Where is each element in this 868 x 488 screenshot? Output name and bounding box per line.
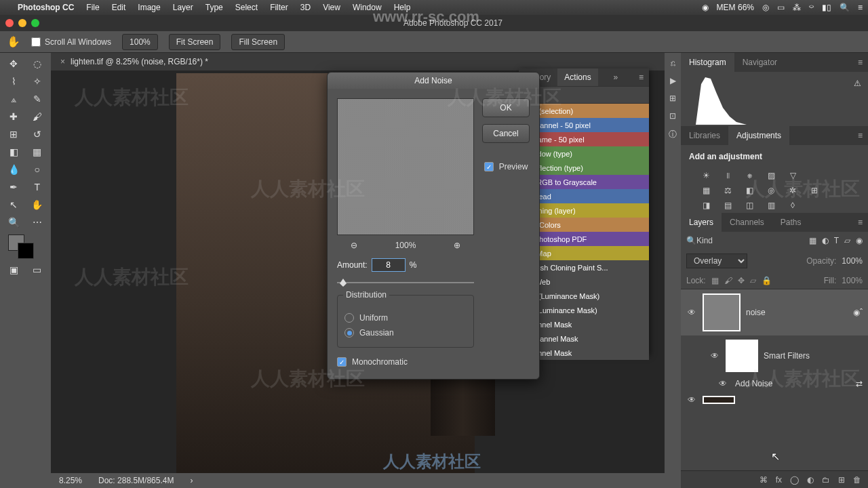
layer-thumbnail[interactable] bbox=[703, 293, 741, 331]
tab-layers[interactable]: Layers bbox=[681, 213, 722, 232]
amount-input[interactable] bbox=[372, 258, 406, 272]
tab-channels[interactable]: Channels bbox=[722, 213, 772, 232]
ellipsis-icon[interactable]: ⋯ bbox=[26, 214, 49, 230]
cc-icon[interactable]: ◎ bbox=[762, 3, 769, 12]
close-button[interactable] bbox=[5, 19, 14, 27]
posterize-icon[interactable]: ▤ bbox=[722, 201, 734, 210]
gaussian-radio[interactable]: Gaussian bbox=[344, 325, 467, 340]
balance-icon[interactable]: ⚖ bbox=[722, 186, 734, 195]
move-tool-icon[interactable]: ✥ bbox=[3, 56, 25, 72]
fx-icon[interactable]: fx bbox=[776, 475, 782, 485]
scroll-all-checkbox[interactable]: Scroll All Windows bbox=[31, 37, 111, 47]
panel-menu-icon[interactable]: ≡ bbox=[633, 73, 649, 82]
wand-tool-icon[interactable]: ✧ bbox=[26, 73, 49, 89]
crop-tool-icon[interactable]: ⟁ bbox=[3, 91, 25, 107]
link-icon[interactable]: ⌘ bbox=[760, 475, 768, 485]
adjustment-icon[interactable]: ◐ bbox=[807, 475, 814, 485]
eyedropper-tool-icon[interactable]: ✎ bbox=[26, 91, 49, 107]
gradient-map-icon[interactable]: ▥ bbox=[765, 201, 777, 210]
cancel-button[interactable]: Cancel bbox=[482, 124, 530, 143]
brightness-icon[interactable]: ☀ bbox=[700, 171, 712, 180]
marquee-tool-icon[interactable]: ◌ bbox=[26, 56, 49, 72]
amount-slider[interactable] bbox=[337, 277, 474, 288]
layer-noise[interactable]: 👁 noise ◉ˆ bbox=[681, 289, 868, 336]
mixer-icon[interactable]: ✲ bbox=[787, 186, 799, 195]
close-tab-icon[interactable]: × bbox=[60, 57, 65, 66]
lock-trans-icon[interactable]: ▦ bbox=[711, 276, 719, 285]
visibility-icon[interactable]: 👁 bbox=[709, 351, 720, 361]
menu-window[interactable]: Window bbox=[353, 3, 382, 12]
tab-paths[interactable]: Paths bbox=[772, 213, 810, 232]
layer-background[interactable]: 👁 bbox=[681, 391, 868, 409]
filter-name[interactable]: Add Noise bbox=[735, 379, 772, 388]
threshold-icon[interactable]: ◫ bbox=[743, 201, 755, 210]
visibility-icon[interactable]: 👁 bbox=[717, 379, 728, 388]
zoom-in-icon[interactable]: ⊕ bbox=[454, 241, 460, 250]
info-icon[interactable]: ⓘ bbox=[669, 129, 677, 140]
healing-tool-icon[interactable]: ✚ bbox=[3, 108, 25, 125]
new-layer-icon[interactable]: ⊞ bbox=[838, 475, 845, 485]
strip-icon[interactable]: ⎌ bbox=[671, 58, 675, 68]
zoom-value[interactable]: 100% bbox=[122, 34, 158, 50]
path-tool-icon[interactable]: ↖ bbox=[3, 197, 25, 213]
invert-icon[interactable]: ◨ bbox=[700, 201, 712, 210]
stamp-tool-icon[interactable]: ⊞ bbox=[3, 126, 25, 142]
battery-icon[interactable]: ▮▯ bbox=[822, 3, 831, 12]
menu-icon[interactable]: ≡ bbox=[858, 3, 863, 12]
history-brush-icon[interactable]: ↺ bbox=[26, 126, 49, 142]
dialog-title[interactable]: Add Noise bbox=[328, 73, 539, 89]
filter-type-icon[interactable]: T bbox=[834, 236, 839, 245]
filter-adj-icon[interactable]: ◐ bbox=[822, 236, 829, 245]
display-icon[interactable]: ▭ bbox=[777, 3, 785, 12]
hue-icon[interactable]: ▦ bbox=[700, 186, 712, 195]
bluetooth-icon[interactable]: ⁂ bbox=[793, 3, 801, 12]
layer-thumbnail[interactable] bbox=[703, 396, 735, 404]
panel-menu-icon[interactable]: ≡ bbox=[852, 218, 868, 227]
visibility-icon[interactable]: 👁 bbox=[686, 395, 697, 405]
menu-file[interactable]: File bbox=[86, 3, 99, 12]
layer-name[interactable]: noise bbox=[746, 308, 766, 317]
curves-icon[interactable]: ⎈ bbox=[743, 171, 755, 180]
vibrance-icon[interactable]: ▽ bbox=[787, 171, 799, 180]
pen-tool-icon[interactable]: ✒ bbox=[3, 179, 25, 195]
filter-mask-thumbnail[interactable] bbox=[726, 340, 758, 372]
menu-type[interactable]: Type bbox=[205, 3, 223, 12]
lock-pos-icon[interactable]: ✥ bbox=[738, 276, 745, 285]
tab-actions[interactable]: Actions bbox=[557, 68, 597, 86]
delete-icon[interactable]: 🗑 bbox=[853, 475, 861, 485]
lock-paint-icon[interactable]: 🖌 bbox=[724, 276, 732, 285]
filter-shape-icon[interactable]: ▱ bbox=[844, 236, 850, 245]
fill-value[interactable]: 100% bbox=[842, 276, 863, 285]
visibility-icon[interactable]: 👁 bbox=[686, 308, 697, 317]
wifi-icon[interactable]: ⌔ bbox=[809, 3, 814, 12]
eraser-tool-icon[interactable]: ◧ bbox=[3, 144, 25, 160]
minimize-button[interactable] bbox=[18, 19, 26, 27]
zoom-button[interactable] bbox=[31, 19, 39, 27]
zoom-tool-icon[interactable]: 🔍 bbox=[3, 214, 25, 230]
spotlight-icon[interactable]: 🔍 bbox=[840, 3, 850, 12]
blur-tool-icon[interactable]: 💧 bbox=[3, 161, 25, 178]
menu-filter[interactable]: Filter bbox=[270, 3, 288, 12]
fit-screen-button[interactable]: Fit Screen bbox=[169, 34, 221, 50]
gradient-tool-icon[interactable]: ▦ bbox=[26, 144, 49, 160]
lookup-icon[interactable]: ⊞ bbox=[808, 186, 821, 195]
lasso-tool-icon[interactable]: ⌇ bbox=[3, 73, 25, 89]
filter-smart-icon[interactable]: ◉ bbox=[856, 236, 863, 245]
ok-button[interactable]: OK bbox=[482, 98, 530, 117]
uniform-radio[interactable]: Uniform bbox=[344, 310, 467, 325]
photo-filter-icon[interactable]: ◎ bbox=[765, 186, 777, 195]
filter-blend-icon[interactable]: ⇄ bbox=[856, 379, 863, 388]
brush-tool-icon[interactable]: 🖌 bbox=[26, 108, 49, 125]
status-arrow-icon[interactable]: › bbox=[190, 476, 193, 485]
hand-tool-icon[interactable]: ✋ bbox=[26, 197, 49, 213]
quickmask-icon[interactable]: ▣ bbox=[3, 262, 25, 278]
tab-histogram[interactable]: Histogram bbox=[681, 53, 734, 72]
zoom-out-icon[interactable]: ⊖ bbox=[351, 241, 357, 250]
type-tool-icon[interactable]: T bbox=[26, 179, 49, 195]
bw-icon[interactable]: ◧ bbox=[743, 186, 755, 195]
menu-image[interactable]: Image bbox=[138, 3, 160, 12]
menu-edit[interactable]: Edit bbox=[112, 3, 126, 12]
levels-icon[interactable]: ⫴ bbox=[722, 171, 734, 180]
filter-kind[interactable]: 🔍Kind bbox=[686, 236, 713, 245]
filter-add-noise[interactable]: 👁 Add Noise ⇄ bbox=[681, 376, 868, 391]
